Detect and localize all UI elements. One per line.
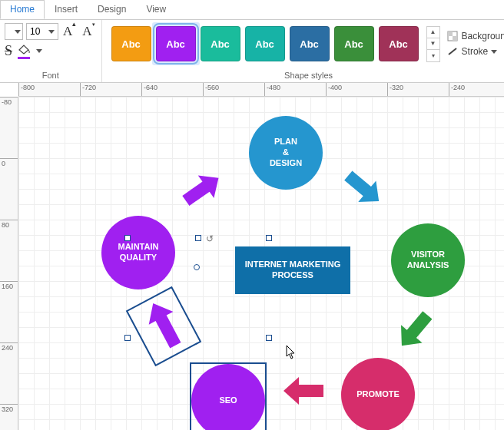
gallery-scroll-up[interactable]: ▲ bbox=[427, 27, 439, 38]
background-icon bbox=[446, 30, 459, 42]
shape-promote[interactable]: PROMOTE bbox=[341, 358, 415, 430]
shape-center-process[interactable]: INTERNET MARKETING PROCESS bbox=[235, 246, 350, 294]
arrow-plan-to-visitor[interactable] bbox=[337, 166, 391, 212]
shape-label: MAINTAIN QUALITY bbox=[118, 242, 159, 263]
stroke-label: Stroke bbox=[462, 46, 489, 57]
style-swatch-1[interactable]: Abc bbox=[111, 26, 151, 61]
tab-insert[interactable]: Insert bbox=[45, 0, 88, 19]
selection-handle[interactable] bbox=[195, 235, 201, 241]
style-swatch-5[interactable]: Abc bbox=[290, 26, 330, 61]
vertical-ruler: -80 0 80 160 240 320 bbox=[0, 97, 18, 430]
ruler-label: -720 bbox=[82, 84, 96, 91]
ruler-label: -320 bbox=[390, 84, 403, 91]
rotate-handle[interactable]: ↺ bbox=[206, 233, 214, 244]
gallery-expand[interactable]: ▾ bbox=[427, 50, 439, 61]
style-gallery: Abc Abc Abc Abc Abc Abc Abc bbox=[107, 23, 423, 64]
ruler-label: -640 bbox=[144, 84, 158, 91]
arrow-promote-to-seo[interactable] bbox=[276, 372, 330, 410]
ruler-label: 80 bbox=[2, 221, 9, 229]
cursor-icon bbox=[286, 345, 297, 360]
selection-handle[interactable] bbox=[266, 335, 272, 341]
ribbon-tabs: Home Insert Design View bbox=[0, 0, 504, 20]
font-size-value: 10 bbox=[30, 26, 40, 37]
ruler-label: 160 bbox=[2, 283, 13, 290]
group-label-styles: Shape styles bbox=[107, 69, 504, 82]
selection-box-arrow bbox=[126, 286, 202, 366]
selection-handle[interactable] bbox=[194, 264, 200, 270]
paint-bucket-icon bbox=[17, 44, 31, 55]
ruler-label: -560 bbox=[205, 84, 219, 91]
font-family-dropdown[interactable] bbox=[5, 23, 23, 40]
selection-handle[interactable] bbox=[266, 235, 272, 241]
background-button[interactable]: Background bbox=[446, 30, 504, 42]
gallery-scroll: ▲ ▼ ▾ bbox=[426, 26, 440, 62]
ruler-label: -80 bbox=[2, 98, 12, 106]
increase-font-button[interactable]: A▴ bbox=[61, 24, 78, 39]
decrease-font-button[interactable]: A▾ bbox=[81, 24, 96, 39]
style-swatch-3[interactable]: Abc bbox=[201, 26, 240, 61]
ruler-label: 0 bbox=[2, 160, 5, 167]
font-size-dropdown[interactable]: 10 bbox=[26, 23, 58, 40]
chevron-down-icon bbox=[491, 50, 497, 54]
ruler-label: -800 bbox=[21, 84, 35, 91]
chevron-down-icon bbox=[48, 30, 55, 34]
ruler-label: -240 bbox=[451, 84, 465, 91]
shape-maintain-quality[interactable]: MAINTAIN QUALITY bbox=[101, 216, 175, 289]
tab-home[interactable]: Home bbox=[0, 0, 45, 19]
svg-rect-1 bbox=[448, 31, 453, 36]
shape-label: PLAN & DESIGN bbox=[270, 137, 302, 168]
shape-plan-design[interactable]: PLAN & DESIGN bbox=[249, 116, 323, 190]
stroke-icon bbox=[446, 45, 459, 58]
style-swatch-2[interactable]: Abc bbox=[156, 26, 196, 61]
fill-color-button[interactable] bbox=[17, 44, 34, 59]
group-label-font: Font bbox=[5, 69, 97, 82]
selection-handle[interactable] bbox=[124, 335, 131, 341]
shape-label: INTERNET MARKETING PROCESS bbox=[245, 260, 341, 281]
tab-design[interactable]: Design bbox=[88, 0, 136, 19]
shape-visitor-analysis[interactable]: VISITOR ANALYSIS bbox=[391, 223, 465, 297]
ribbon: 10 A▴ A▾ S Font Abc Abc Abc Abc Abc bbox=[0, 20, 504, 83]
shape-label: PROMOTE bbox=[356, 389, 400, 400]
ruler-label: -480 bbox=[267, 84, 280, 91]
arrow-seo-to-maintain[interactable] bbox=[128, 287, 204, 367]
selection-handle[interactable] bbox=[124, 235, 131, 241]
group-shape-styles: Abc Abc Abc Abc Abc Abc Abc ▲ ▼ ▾ Backgr… bbox=[102, 20, 504, 82]
ruler-label: 320 bbox=[2, 405, 13, 413]
style-swatch-4[interactable]: Abc bbox=[245, 26, 285, 61]
arrow-visitor-to-promote[interactable] bbox=[387, 308, 441, 354]
stroke-button[interactable]: Stroke bbox=[446, 45, 504, 58]
shape-label: VISITOR ANALYSIS bbox=[407, 250, 449, 271]
selection-box bbox=[190, 362, 267, 430]
background-label: Background bbox=[462, 31, 504, 41]
group-font: 10 A▴ A▾ S Font bbox=[0, 20, 102, 82]
ruler-label: -400 bbox=[328, 84, 342, 91]
gallery-scroll-down[interactable]: ▼ bbox=[427, 38, 439, 50]
horizontal-ruler: -800 -720 -640 -560 -480 -400 -320 -240 … bbox=[18, 83, 504, 97]
svg-rect-2 bbox=[453, 36, 457, 41]
ruler-label: 240 bbox=[2, 344, 13, 352]
style-swatch-6[interactable]: Abc bbox=[334, 26, 374, 61]
chevron-down-icon bbox=[15, 30, 21, 34]
arrow-maintain-to-plan[interactable] bbox=[176, 166, 230, 212]
diagram-canvas[interactable]: INTERNET MARKETING PROCESS PLAN & DESIGN… bbox=[18, 97, 504, 430]
style-swatch-7[interactable]: Abc bbox=[379, 26, 419, 61]
tab-view[interactable]: View bbox=[136, 0, 176, 19]
chevron-down-icon[interactable] bbox=[36, 49, 42, 53]
strikethrough-button[interactable]: S bbox=[5, 43, 12, 59]
